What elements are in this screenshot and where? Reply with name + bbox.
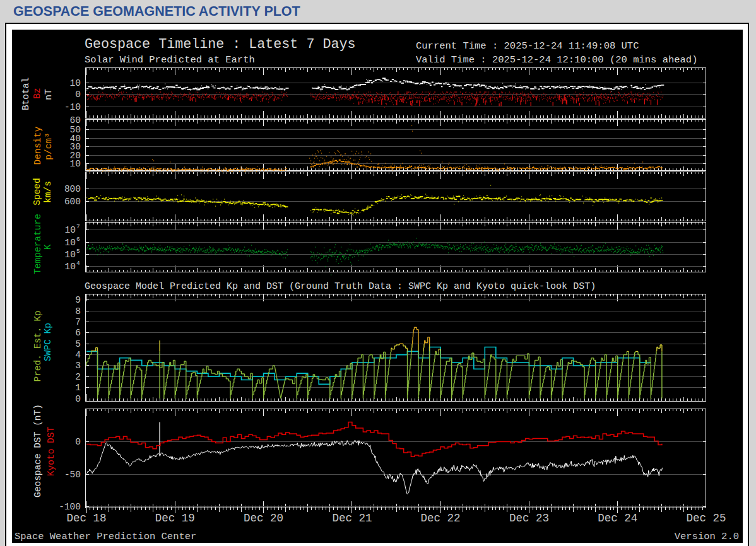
- svg-text:4: 4: [75, 350, 81, 360]
- svg-text:7: 7: [76, 223, 80, 230]
- svg-text:Space Weather Prediction Cente: Space Weather Prediction Center: [15, 531, 196, 542]
- svg-text:Dec 19: Dec 19: [155, 512, 195, 525]
- svg-text:Geospace Model Predicted Kp an: Geospace Model Predicted Kp and DST (Gro…: [85, 281, 596, 292]
- svg-text:Solar Wind Predicted at Earth: Solar Wind Predicted at Earth: [85, 54, 255, 66]
- svg-text:Valid Time : 2025-12-24 12:10:: Valid Time : 2025-12-24 12:10:00 (20 min…: [416, 54, 697, 66]
- svg-text:Dec 22: Dec 22: [421, 512, 461, 525]
- svg-text:0: 0: [75, 437, 81, 447]
- svg-text:Btotal: Btotal: [21, 78, 31, 110]
- svg-text:Dec 21: Dec 21: [332, 512, 372, 525]
- svg-text:10: 10: [70, 159, 81, 169]
- svg-text:600: 600: [64, 197, 81, 207]
- svg-text:km/s: km/s: [43, 181, 53, 203]
- svg-text:Dec 20: Dec 20: [244, 512, 283, 525]
- svg-text:800: 800: [64, 184, 81, 194]
- svg-text:Current Time : 2025-12-24 11:4: Current Time : 2025-12-24 11:49:08 UTC: [416, 40, 639, 52]
- svg-text:10: 10: [65, 250, 76, 260]
- svg-text:Dec 25: Dec 25: [686, 512, 726, 525]
- svg-text:10: 10: [65, 238, 76, 248]
- svg-text:6: 6: [76, 236, 80, 243]
- svg-text:5: 5: [76, 248, 80, 255]
- svg-text:p/cm³: p/cm³: [44, 132, 54, 160]
- svg-text:-100: -100: [59, 502, 81, 512]
- svg-text:Speed: Speed: [32, 178, 42, 206]
- svg-text:1: 1: [75, 383, 81, 393]
- svg-text:Pred. Est. Kp: Pred. Est. Kp: [33, 310, 43, 381]
- svg-text:10: 10: [70, 78, 81, 88]
- svg-text:8: 8: [75, 306, 81, 317]
- svg-text:-10: -10: [64, 102, 81, 112]
- svg-text:6: 6: [75, 328, 81, 338]
- svg-text:Bz: Bz: [32, 88, 42, 98]
- svg-text:-50: -50: [64, 470, 81, 480]
- svg-text:Geospace DST (nT): Geospace DST (nT): [33, 404, 43, 497]
- svg-text:10: 10: [65, 262, 76, 272]
- svg-text:Dec 18: Dec 18: [66, 512, 106, 525]
- svg-text:0: 0: [75, 90, 81, 100]
- svg-text:4: 4: [76, 260, 80, 267]
- svg-text:60: 60: [70, 115, 81, 125]
- svg-text:Version 2.0: Version 2.0: [675, 531, 739, 542]
- svg-text:Dec 24: Dec 24: [598, 512, 637, 525]
- svg-text:5: 5: [75, 339, 81, 349]
- svg-text:Geospace Timeline : Latest 7 D: Geospace Timeline : Latest 7 Days: [85, 37, 355, 52]
- svg-text:nT: nT: [44, 89, 54, 100]
- svg-text:Kyoto DST: Kyoto DST: [46, 427, 56, 477]
- svg-text:Temperature: Temperature: [33, 214, 43, 274]
- svg-text:3: 3: [75, 361, 81, 371]
- svg-text:7: 7: [75, 317, 81, 327]
- svg-text:0: 0: [75, 394, 81, 404]
- svg-text:2: 2: [75, 372, 81, 382]
- svg-text:SWPC Kp: SWPC Kp: [43, 323, 53, 361]
- svg-text:9: 9: [75, 295, 81, 305]
- svg-text:10: 10: [65, 225, 76, 235]
- svg-text:Dec 23: Dec 23: [509, 512, 549, 525]
- svg-text:Density: Density: [33, 126, 43, 165]
- svg-text:K: K: [43, 244, 53, 250]
